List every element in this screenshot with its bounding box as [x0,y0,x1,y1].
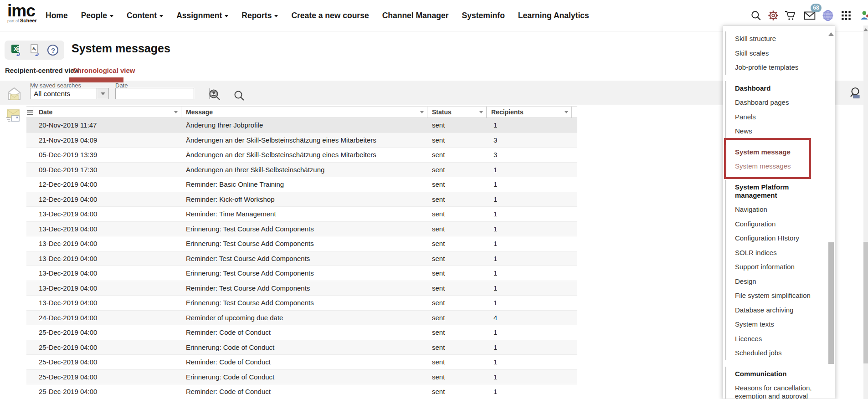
table-row[interactable]: 13-Dec-2019 04:00Reminder: Test Course A… [26,251,577,266]
menu-item-job-profile-templates[interactable]: Job-profile templates [735,60,827,75]
cell-date: 25-Dec-2019 04:00 [34,325,181,340]
menu-item-system-texts[interactable]: System texts [735,317,827,332]
nav-item-home[interactable]: Home [46,11,68,20]
table-header-cell-recipients[interactable]: Recipients [487,107,572,118]
apps-grid-icon[interactable] [840,10,852,21]
nav-item-label: Create a new course [291,11,369,20]
saved-searches-dropdown-button[interactable] [97,88,108,99]
menu-item-configuration[interactable]: Configuration [735,217,827,231]
page-scroll-up-arrow[interactable] [863,28,868,31]
excel-export-icon[interactable]: X [10,43,24,57]
menu-item-news[interactable]: News [735,124,827,138]
cell-message: Reminder: Test Course Add Components [181,281,427,296]
cell-date: 25-Dec-2019 04:00 [34,384,181,399]
table-row[interactable]: 21-Nov-2019 04:09Änderungen an der Skill… [26,133,577,148]
table-row[interactable]: 12-Dec-2019 04:00Reminder: Basic Online … [26,177,577,192]
page-scrollbar-thumb[interactable] [863,242,868,363]
settings-menu: Skill structureSkill scalesJob-profile t… [723,26,827,399]
globe-icon[interactable] [822,10,834,21]
person-search-icon[interactable] [208,88,221,102]
cell-status: sent [427,207,487,221]
menu-item-panels[interactable]: Panels [735,110,827,124]
cell-date: 25-Dec-2019 04:00 [34,370,181,384]
hamburger-icon[interactable] [27,108,33,116]
date-input[interactable] [116,88,209,99]
table-row[interactable]: 25-Dec-2019 04:00Reminder: Code of Condu… [26,325,577,340]
cart-icon[interactable] [785,10,796,21]
cell-date: 12-Dec-2019 04:00 [34,192,181,207]
help-icon[interactable]: ? [47,44,59,56]
table-row[interactable]: 25-Dec-2019 04:00Reminder: Code of Condu… [26,355,577,370]
nav-item-people[interactable]: People [81,11,113,20]
table-row[interactable]: 12-Dec-2019 04:00Reminder: Kick-off Work… [26,192,577,207]
menu-item-solr-indices[interactable]: SOLR indices [735,246,827,260]
menu-item-design[interactable]: Design [735,274,827,289]
menu-group-header-dashboard: Dashboard [735,81,827,96]
tab-recipient-centred-view[interactable]: Recipient-centred view [5,66,79,74]
menu-item-reasons-for-cancellation-exemption-and-approval[interactable]: Reasons for cancellation, exemption and … [735,381,827,399]
sent-envelope-icon[interactable] [5,108,21,124]
column-sort-arrow-icon[interactable] [174,111,178,113]
search-icon[interactable] [750,10,762,21]
menu-item-support-information[interactable]: Support information [735,260,827,274]
imc-logo[interactable]: imc part of Scheer [7,2,37,23]
menu-item-navigation[interactable]: Navigation [735,202,827,217]
nav-item-systeminfo[interactable]: Systeminfo [462,11,505,20]
menu-item-file-system-simplification[interactable]: File system simplification [735,288,827,303]
cell-message: Reminder: Kick-off Workshop [181,192,427,207]
menu-item-licences[interactable]: Licences [735,332,827,346]
table-row[interactable]: 20-Nov-2019 11:47Änderung Ihrer Jobprofi… [26,118,577,133]
menu-group-header-system-message: System message [735,145,827,159]
table-row[interactable]: 25-Dec-2019 04:00Erinnerung: Code of Con… [26,370,577,385]
gear-icon[interactable] [767,10,779,21]
menu-scroll-up-arrow[interactable] [828,32,834,36]
cell-status: sent [427,384,487,399]
saved-search-icon[interactable] [848,87,862,100]
nav-item-create-a-new-course[interactable]: Create a new course [291,11,369,20]
table-row[interactable]: 13-Dec-2019 04:00Erinnerung: Test Course… [26,236,577,251]
cell-recipients: 1 [487,325,572,340]
table-header-cell-status[interactable]: Status [427,107,487,118]
cell-message: Erinnerung: Code of Conduct [181,340,427,355]
table-row[interactable]: 24-Dec-2019 04:00Reminder of upcoming du… [26,311,577,326]
table-row[interactable]: 13-Dec-2019 04:00Erinnerung: Test Course… [26,222,577,237]
nav-item-label: Learning Analytics [518,11,589,20]
menu-item-scheduled-jobs[interactable]: Scheduled jobs [735,346,827,360]
admin-person-icon[interactable] [859,10,868,21]
cell-date: 25-Dec-2019 04:00 [34,340,181,355]
table-header-cell-message[interactable]: Message [181,107,427,118]
text-export-icon[interactable]: a, [29,43,42,57]
table-row[interactable]: 13-Dec-2019 04:00Erinnerung: Test Course… [26,296,577,311]
saved-searches-select[interactable]: All contents [30,88,109,99]
table-row[interactable]: 09-Dec-2019 17:30Änderungen an Ihrer Ski… [26,163,577,178]
logo-subtext: part of Scheer [7,18,37,23]
menu-item-skill-structure[interactable]: Skill structure [735,31,827,46]
inbox-envelope-icon[interactable] [5,86,23,102]
menu-scrollbar-thumb[interactable] [828,242,834,364]
nav-item-assignment[interactable]: Assignment [176,11,228,20]
nav-item-channel-manager[interactable]: Channel Manager [382,11,449,20]
nav-item-learning-analytics[interactable]: Learning Analytics [518,11,589,20]
table-row[interactable]: 25-Dec-2019 04:00Reminder: Code of Condu… [26,384,577,399]
table-row[interactable]: 25-Dec-2019 04:00Erinnerung: Code of Con… [26,340,577,355]
page-scrollbar[interactable] [863,26,868,399]
nav-item-content[interactable]: Content [127,11,163,20]
table-row[interactable]: 13-Dec-2019 04:00Erinnerung: Test Course… [26,266,577,281]
column-sort-arrow-icon[interactable] [565,111,568,113]
table-header-cell-date[interactable]: Date [34,107,181,118]
column-sort-arrow-icon[interactable] [479,111,483,113]
table-row[interactable]: 13-Dec-2019 04:00Reminder: Time Manageme… [26,207,577,222]
menu-item-system-messages[interactable]: System messages [735,159,827,174]
menu-item-skill-scales[interactable]: Skill scales [735,46,827,61]
tab-chronological-view[interactable]: Chronological view [72,66,135,74]
search-icon[interactable] [233,90,245,102]
table-row[interactable]: 05-Dec-2019 13:39Änderungen an der Skill… [26,148,577,163]
menu-item-dashboard-pages[interactable]: Dashboard pages [735,95,827,110]
row-handle-cell [26,207,34,221]
nav-item-reports[interactable]: Reports [241,11,278,20]
cell-message: Reminder: Test Course Add Components [181,251,427,266]
menu-item-configuration-history[interactable]: Configuration HIstory [735,231,827,246]
table-row[interactable]: 13-Dec-2019 04:00Reminder: Test Course A… [26,281,577,296]
column-sort-arrow-icon[interactable] [420,111,424,113]
menu-item-database-archiving[interactable]: Database archiving [735,303,827,317]
